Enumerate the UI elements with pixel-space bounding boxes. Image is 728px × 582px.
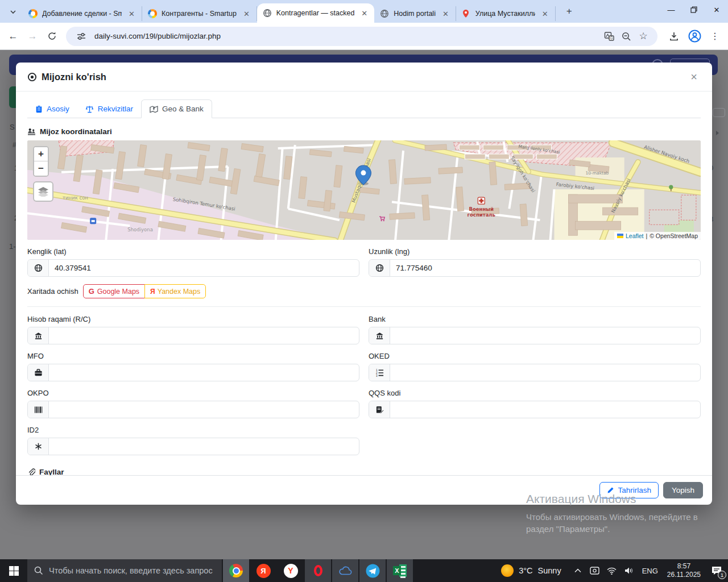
- toolbar-right-icons: ⋮: [664, 27, 725, 46]
- zoom-out-icon[interactable]: [618, 28, 635, 45]
- smartup-favicon-icon: [28, 9, 38, 18]
- map-pin-favicon-icon: [462, 9, 471, 18]
- start-button[interactable]: [0, 559, 27, 582]
- language-indicator[interactable]: ENG: [638, 567, 663, 575]
- taskbar-excel-icon[interactable]: X: [387, 559, 413, 582]
- bank-icon: [369, 327, 390, 344]
- tab-geo-bank[interactable]: Geo & Bank: [141, 99, 212, 118]
- smartup-favicon-icon: [148, 9, 157, 18]
- tab-close-icon[interactable]: ✕: [126, 10, 137, 18]
- id2-input[interactable]: [49, 438, 359, 455]
- browser-tab-1[interactable]: Добавление сделки - Sm ✕: [23, 6, 142, 21]
- hospital-label-line2: госпиталь: [468, 212, 495, 218]
- svg-text:3: 3: [375, 375, 377, 377]
- yandex-ya-icon: Я: [150, 288, 155, 296]
- tab-close-icon[interactable]: ✕: [241, 10, 252, 18]
- yandex-maps-label: Yandex Maps: [158, 288, 201, 296]
- bookmark-star-icon[interactable]: ☆: [635, 28, 652, 45]
- qqs-label: QQS kodi: [369, 389, 701, 397]
- leaflet-map[interactable]: Sohibqiron Temur ko'chasi Mustaqillik ko…: [27, 140, 701, 240]
- taskbar-telegram-icon[interactable]: [359, 559, 386, 582]
- tab-title: Улица Мустакиллик, 48А: [475, 10, 535, 18]
- browser-tab-3-active[interactable]: Kontragentlar — stacked ✕: [257, 3, 374, 23]
- tab-search-chevron-icon[interactable]: [5, 4, 22, 20]
- lng-input[interactable]: [390, 260, 700, 276]
- clock-date: 26.11.2025: [667, 571, 701, 579]
- modal-footer: Tahrirlash Yopish: [16, 475, 712, 505]
- map-layers-button[interactable]: [33, 181, 53, 202]
- site-settings-icon[interactable]: [73, 28, 90, 45]
- window-controls: — ✕: [660, 0, 728, 19]
- windows-logo-icon: [9, 566, 19, 576]
- action-center-icon[interactable]: 1: [705, 559, 728, 582]
- modal-close-icon[interactable]: ×: [687, 70, 701, 84]
- taskbar-cloud-icon[interactable]: [332, 559, 358, 582]
- tab-close-icon[interactable]: ✕: [359, 9, 370, 18]
- tray-wifi-icon[interactable]: [605, 559, 619, 582]
- tray-chevron-up-icon[interactable]: [570, 559, 585, 582]
- downloads-icon[interactable]: [664, 27, 684, 46]
- new-tab-button[interactable]: +: [561, 3, 577, 19]
- leaflet-link[interactable]: Leaflet: [626, 232, 644, 239]
- globe-icon: [369, 260, 390, 276]
- browser-tab-5[interactable]: Улица Мустакиллик, 48А ✕: [456, 6, 556, 21]
- tab-close-icon[interactable]: ✕: [540, 10, 551, 18]
- taskbar-weather[interactable]: 3°C Sunny: [493, 559, 569, 582]
- translate-icon[interactable]: G: [601, 28, 618, 45]
- lat-input[interactable]: [49, 260, 359, 276]
- profile-avatar-icon[interactable]: [685, 27, 704, 46]
- close-button[interactable]: Yopish: [663, 482, 703, 498]
- yandex-maps-button[interactable]: Я Yandex Maps: [144, 284, 206, 298]
- address-bar[interactable]: daily-suvi.com/19l/public/mijozlar.php G…: [66, 27, 657, 46]
- windows-taskbar: Чтобы начать поиск, введите здесь запрос…: [0, 559, 728, 582]
- section-divider: [27, 306, 701, 307]
- account-input[interactable]: [49, 327, 359, 344]
- page-backdrop: S # 1 2 1- 0 8 Mijozni ko'rish × Asosiy …: [0, 50, 728, 559]
- dimmed-text-fragment: 1-: [9, 242, 16, 251]
- modal-tabs: Asosiy Rekvizitlar Geo & Bank: [27, 99, 701, 118]
- okpo-input[interactable]: [49, 401, 359, 418]
- flag-icon: [617, 234, 623, 238]
- taskbar-yandex-icon[interactable]: Я: [250, 559, 276, 582]
- barcode-icon: [28, 401, 49, 418]
- edit-button[interactable]: Tahrirlash: [599, 482, 659, 498]
- zoom-in-button[interactable]: +: [34, 147, 48, 161]
- browser-tab-4[interactable]: Hodim portali ✕: [374, 6, 456, 21]
- tab-rekvizitlar[interactable]: Rekvizitlar: [77, 99, 141, 118]
- qqs-input-group: [369, 401, 701, 418]
- reload-button[interactable]: [42, 27, 61, 46]
- taskbar-opera-icon[interactable]: [305, 559, 331, 582]
- browser-tab-2[interactable]: Контрагенты - Smartup ✕: [142, 6, 257, 21]
- files-title-text: Fayllar: [39, 468, 64, 475]
- account-label: Hisob raqami (R/C): [27, 315, 359, 323]
- url-text[interactable]: daily-suvi.com/19l/public/mijozlar.php: [94, 32, 601, 40]
- tab-close-icon[interactable]: ✕: [440, 10, 451, 18]
- dimmed-row-button: [713, 108, 725, 117]
- tab-asosiy[interactable]: Asosiy: [27, 99, 77, 118]
- open-map-label: Xaritada ochish: [27, 287, 78, 296]
- taskbar-clock[interactable]: 8:57 26.11.2025: [663, 562, 705, 579]
- osm-link[interactable]: © OpenStreetMap: [650, 232, 698, 239]
- tray-tablet-icon[interactable]: [588, 559, 602, 582]
- google-maps-button[interactable]: G Google Maps: [83, 284, 145, 298]
- mfo-input[interactable]: [49, 364, 359, 381]
- back-button[interactable]: ←: [3, 27, 23, 46]
- oked-input[interactable]: [390, 364, 700, 381]
- bank-icon: [28, 327, 49, 344]
- zoom-out-button[interactable]: −: [34, 161, 48, 176]
- browser-menu-icon[interactable]: ⋮: [705, 27, 725, 46]
- bank-input-group: [369, 327, 701, 344]
- qqs-input[interactable]: [390, 401, 700, 418]
- bank-input[interactable]: [390, 327, 700, 344]
- google-g-icon: G: [89, 287, 94, 296]
- forward-button[interactable]: →: [23, 27, 42, 46]
- lng-input-group: [369, 259, 701, 277]
- minimize-button[interactable]: —: [660, 0, 682, 19]
- tray-volume-icon[interactable]: [622, 559, 636, 582]
- taskbar-search[interactable]: Чтобы начать поиск, введите здесь запрос: [27, 559, 222, 582]
- taskbar-yandex-browser-icon[interactable]: Y: [278, 559, 304, 582]
- restore-button[interactable]: [682, 0, 705, 19]
- oked-input-group: 123: [369, 364, 701, 381]
- taskbar-chrome-icon[interactable]: [223, 559, 249, 582]
- close-window-button[interactable]: ✕: [705, 0, 728, 19]
